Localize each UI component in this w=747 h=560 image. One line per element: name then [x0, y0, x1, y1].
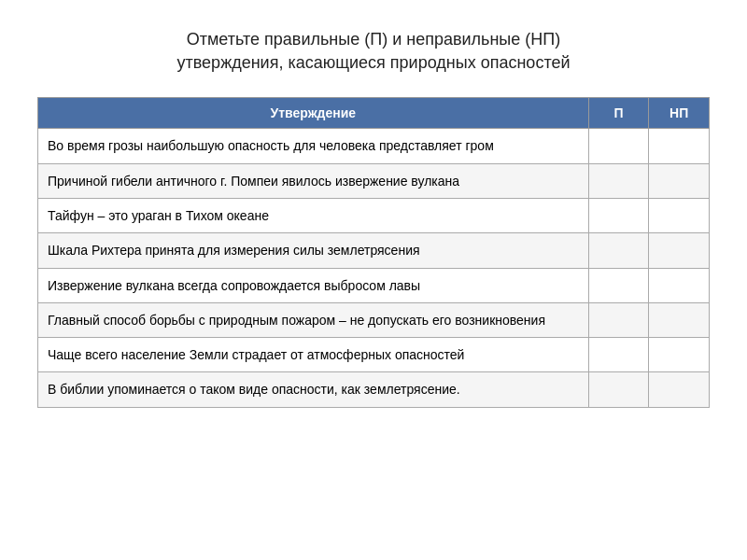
cell-np — [649, 338, 710, 372]
cell-statement: Шкала Рихтера принята для измерения силы… — [38, 233, 589, 268]
cell-np — [649, 129, 710, 163]
cell-p — [588, 372, 649, 407]
cell-p — [588, 198, 649, 232]
statements-table: Утверждение П НП Во время грозы наибольш… — [37, 97, 710, 407]
cell-statement: Тайфун – это ураган в Тихом океане — [38, 198, 589, 232]
page-title: Отметьте правильные (П) и неправильные (… — [177, 28, 571, 75]
cell-np — [649, 302, 710, 337]
cell-p — [588, 163, 649, 198]
cell-p — [588, 129, 649, 163]
table-row: Чаще всего население Земли страдает от а… — [38, 338, 710, 372]
table-row: Причиной гибели античного г. Помпеи явил… — [38, 163, 710, 198]
cell-np — [649, 268, 710, 302]
cell-p — [588, 268, 649, 302]
table-row: Шкала Рихтера принята для измерения силы… — [38, 233, 710, 268]
header-p: П — [588, 98, 649, 129]
table-row: Главный способ борьбы с природным пожаро… — [38, 302, 710, 337]
cell-np — [649, 233, 710, 268]
header-np: НП — [649, 98, 710, 129]
cell-p — [588, 338, 649, 372]
cell-statement: Чаще всего население Земли страдает от а… — [38, 338, 589, 372]
cell-np — [649, 372, 710, 407]
cell-np — [649, 198, 710, 232]
table-row: Тайфун – это ураган в Тихом океане — [38, 198, 710, 232]
table-wrapper: Утверждение П НП Во время грозы наибольш… — [37, 97, 710, 407]
cell-np — [649, 163, 710, 198]
cell-statement: Главный способ борьбы с природным пожаро… — [38, 302, 589, 337]
cell-statement: В библии упоминается о таком виде опасно… — [38, 372, 589, 407]
header-statement: Утверждение — [38, 98, 589, 129]
cell-statement: Причиной гибели античного г. Помпеи явил… — [38, 163, 589, 198]
cell-statement: Извержение вулкана всегда сопровождается… — [38, 268, 589, 302]
table-row: Извержение вулкана всегда сопровождается… — [38, 268, 710, 302]
cell-p — [588, 302, 649, 337]
table-row: Во время грозы наибольшую опасность для … — [38, 129, 710, 163]
cell-statement: Во время грозы наибольшую опасность для … — [38, 129, 589, 163]
cell-p — [588, 233, 649, 268]
table-header-row: Утверждение П НП — [38, 98, 710, 129]
table-row: В библии упоминается о таком виде опасно… — [38, 372, 710, 407]
